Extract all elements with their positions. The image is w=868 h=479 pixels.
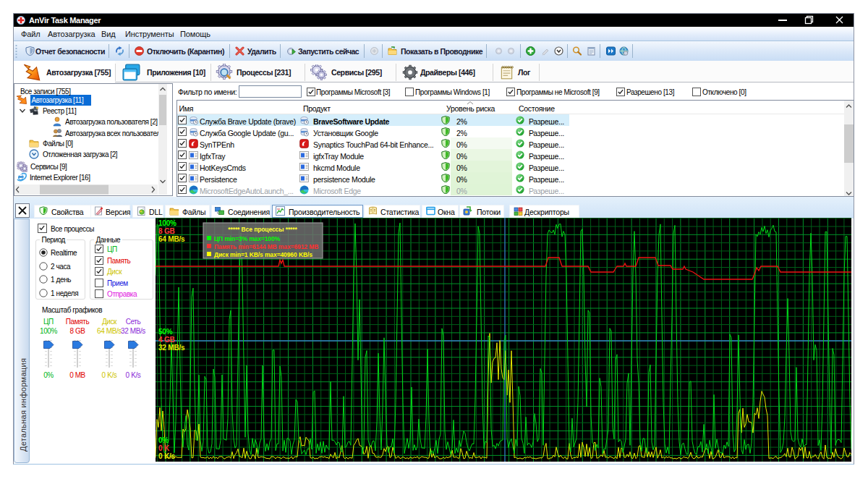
svg-text:Диск min=1 KB/s max=40960 KB/s: Диск min=1 KB/s max=40960 KB/s	[214, 251, 312, 258]
svg-text:ЦП min=3% max=100%: ЦП min=3% max=100%	[214, 235, 281, 242]
svg-text:64 MB/s: 64 MB/s	[158, 235, 185, 243]
svg-text:100%: 100%	[158, 219, 176, 227]
svg-text:***** Все процессы *****: ***** Все процессы *****	[228, 226, 297, 233]
svg-text:8 GB: 8 GB	[158, 227, 175, 235]
svg-text:32 MB/s: 32 MB/s	[158, 344, 185, 352]
svg-text:0 K: 0 K	[158, 444, 170, 452]
svg-text:4 GB: 4 GB	[158, 336, 175, 344]
svg-text:50%: 50%	[158, 328, 173, 336]
svg-text:Память min=6144 MB max=6912 MB: Память min=6144 MB max=6912 MB	[214, 243, 318, 250]
svg-text:0 K/s: 0 K/s	[158, 452, 176, 460]
svg-text:0%: 0%	[158, 436, 169, 444]
